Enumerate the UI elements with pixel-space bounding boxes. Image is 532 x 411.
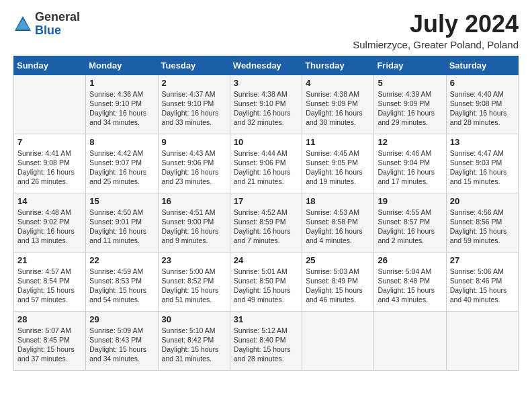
header-day: Friday <box>374 56 446 75</box>
day-info: Sunrise: 4:53 AM Sunset: 8:58 PM Dayligh… <box>306 208 370 246</box>
calendar-body: 1Sunrise: 4:36 AM Sunset: 9:10 PM Daylig… <box>14 75 519 370</box>
calendar-cell: 11Sunrise: 4:45 AM Sunset: 9:05 PM Dayli… <box>302 134 374 193</box>
calendar-cell: 30Sunrise: 5:10 AM Sunset: 8:42 PM Dayli… <box>158 311 230 370</box>
header-day: Saturday <box>446 56 518 75</box>
day-info: Sunrise: 5:10 AM Sunset: 8:42 PM Dayligh… <box>162 326 226 364</box>
day-number: 21 <box>17 255 82 265</box>
day-info: Sunrise: 4:37 AM Sunset: 9:10 PM Dayligh… <box>162 89 226 128</box>
calendar-cell: 10Sunrise: 4:44 AM Sunset: 9:06 PM Dayli… <box>230 134 302 193</box>
calendar-cell: 23Sunrise: 5:00 AM Sunset: 8:52 PM Dayli… <box>158 252 230 311</box>
day-info: Sunrise: 5:01 AM Sunset: 8:50 PM Dayligh… <box>234 267 298 305</box>
day-info: Sunrise: 4:59 AM Sunset: 8:53 PM Dayligh… <box>89 267 154 305</box>
day-number: 23 <box>162 255 226 265</box>
day-info: Sunrise: 5:09 AM Sunset: 8:43 PM Dayligh… <box>89 326 154 364</box>
day-info: Sunrise: 4:48 AM Sunset: 9:02 PM Dayligh… <box>17 208 82 246</box>
calendar-cell: 20Sunrise: 4:56 AM Sunset: 8:56 PM Dayli… <box>446 193 518 252</box>
calendar-cell <box>374 311 446 370</box>
calendar-cell: 26Sunrise: 5:04 AM Sunset: 8:48 PM Dayli… <box>374 252 446 311</box>
day-number: 15 <box>89 196 154 206</box>
calendar-cell: 3Sunrise: 4:38 AM Sunset: 9:10 PM Daylig… <box>230 75 302 134</box>
calendar-cell: 5Sunrise: 4:39 AM Sunset: 9:09 PM Daylig… <box>374 75 446 134</box>
calendar-cell: 8Sunrise: 4:42 AM Sunset: 9:07 PM Daylig… <box>86 134 158 193</box>
day-info: Sunrise: 5:00 AM Sunset: 8:52 PM Dayligh… <box>162 267 226 305</box>
calendar-cell <box>302 311 374 370</box>
day-info: Sunrise: 5:03 AM Sunset: 8:49 PM Dayligh… <box>306 267 370 305</box>
calendar-week: 7Sunrise: 4:41 AM Sunset: 9:08 PM Daylig… <box>14 134 519 193</box>
calendar-cell: 25Sunrise: 5:03 AM Sunset: 8:49 PM Dayli… <box>302 252 374 311</box>
day-info: Sunrise: 4:41 AM Sunset: 9:08 PM Dayligh… <box>17 148 82 187</box>
calendar-cell: 12Sunrise: 4:46 AM Sunset: 9:04 PM Dayli… <box>374 134 446 193</box>
day-info: Sunrise: 4:42 AM Sunset: 9:07 PM Dayligh… <box>89 148 154 187</box>
header-day: Tuesday <box>158 56 230 75</box>
day-number: 24 <box>234 255 298 265</box>
calendar-cell <box>14 75 86 134</box>
calendar-cell <box>446 311 518 370</box>
day-info: Sunrise: 4:52 AM Sunset: 8:59 PM Dayligh… <box>234 208 298 246</box>
day-info: Sunrise: 5:06 AM Sunset: 8:46 PM Dayligh… <box>450 267 515 305</box>
day-number: 27 <box>450 255 515 265</box>
day-number: 20 <box>450 196 515 206</box>
day-number: 10 <box>234 137 298 147</box>
location: Sulmierzyce, Greater Poland, Poland <box>353 39 519 50</box>
day-number: 4 <box>306 78 370 88</box>
logo-icon <box>13 15 32 34</box>
day-number: 31 <box>234 314 298 324</box>
day-number: 25 <box>306 255 370 265</box>
day-info: Sunrise: 4:36 AM Sunset: 9:10 PM Dayligh… <box>89 89 154 128</box>
day-info: Sunrise: 4:56 AM Sunset: 8:56 PM Dayligh… <box>450 208 515 246</box>
day-number: 16 <box>162 196 226 206</box>
day-number: 13 <box>450 137 515 147</box>
calendar-cell: 16Sunrise: 4:51 AM Sunset: 9:00 PM Dayli… <box>158 193 230 252</box>
page-header: General Blue July 2024 Sulmierzyce, Grea… <box>13 11 519 50</box>
calendar-cell: 14Sunrise: 4:48 AM Sunset: 9:02 PM Dayli… <box>14 193 86 252</box>
calendar-cell: 1Sunrise: 4:36 AM Sunset: 9:10 PM Daylig… <box>86 75 158 134</box>
day-number: 17 <box>234 196 298 206</box>
day-number: 7 <box>17 137 82 147</box>
svg-marker-1 <box>16 19 30 30</box>
day-info: Sunrise: 4:45 AM Sunset: 9:05 PM Dayligh… <box>306 148 370 187</box>
calendar-cell: 13Sunrise: 4:47 AM Sunset: 9:03 PM Dayli… <box>446 134 518 193</box>
day-number: 29 <box>89 314 154 324</box>
day-number: 22 <box>89 255 154 265</box>
day-info: Sunrise: 4:44 AM Sunset: 9:06 PM Dayligh… <box>234 148 298 187</box>
calendar-week: 14Sunrise: 4:48 AM Sunset: 9:02 PM Dayli… <box>14 193 519 252</box>
title-block: July 2024 Sulmierzyce, Greater Poland, P… <box>353 11 519 50</box>
day-info: Sunrise: 4:38 AM Sunset: 9:09 PM Dayligh… <box>306 89 370 128</box>
calendar-cell: 18Sunrise: 4:53 AM Sunset: 8:58 PM Dayli… <box>302 193 374 252</box>
calendar-cell: 6Sunrise: 4:40 AM Sunset: 9:08 PM Daylig… <box>446 75 518 134</box>
day-number: 14 <box>17 196 82 206</box>
calendar-cell: 7Sunrise: 4:41 AM Sunset: 9:08 PM Daylig… <box>14 134 86 193</box>
day-info: Sunrise: 4:55 AM Sunset: 8:57 PM Dayligh… <box>378 208 442 246</box>
day-number: 11 <box>306 137 370 147</box>
day-info: Sunrise: 4:46 AM Sunset: 9:04 PM Dayligh… <box>378 148 442 187</box>
day-info: Sunrise: 4:39 AM Sunset: 9:09 PM Dayligh… <box>378 89 442 128</box>
header-day: Wednesday <box>230 56 302 75</box>
calendar-cell: 28Sunrise: 5:07 AM Sunset: 8:45 PM Dayli… <box>14 311 86 370</box>
calendar-cell: 17Sunrise: 4:52 AM Sunset: 8:59 PM Dayli… <box>230 193 302 252</box>
calendar-cell: 24Sunrise: 5:01 AM Sunset: 8:50 PM Dayli… <box>230 252 302 311</box>
day-info: Sunrise: 4:43 AM Sunset: 9:06 PM Dayligh… <box>162 148 226 187</box>
day-number: 1 <box>89 78 154 88</box>
header-day: Sunday <box>14 56 86 75</box>
calendar-cell: 29Sunrise: 5:09 AM Sunset: 8:43 PM Dayli… <box>86 311 158 370</box>
calendar-header: SundayMondayTuesdayWednesdayThursdayFrid… <box>14 56 519 75</box>
day-number: 26 <box>378 255 442 265</box>
calendar-cell: 21Sunrise: 4:57 AM Sunset: 8:54 PM Dayli… <box>14 252 86 311</box>
calendar-cell: 15Sunrise: 4:50 AM Sunset: 9:01 PM Dayli… <box>86 193 158 252</box>
calendar-cell: 9Sunrise: 4:43 AM Sunset: 9:06 PM Daylig… <box>158 134 230 193</box>
calendar-week: 28Sunrise: 5:07 AM Sunset: 8:45 PM Dayli… <box>14 311 519 370</box>
day-number: 12 <box>378 137 442 147</box>
day-number: 19 <box>378 196 442 206</box>
day-number: 28 <box>17 314 82 324</box>
day-number: 18 <box>306 196 370 206</box>
calendar-cell: 31Sunrise: 5:12 AM Sunset: 8:40 PM Dayli… <box>230 311 302 370</box>
day-info: Sunrise: 5:12 AM Sunset: 8:40 PM Dayligh… <box>234 326 298 364</box>
calendar-cell: 27Sunrise: 5:06 AM Sunset: 8:46 PM Dayli… <box>446 252 518 311</box>
day-info: Sunrise: 4:50 AM Sunset: 9:01 PM Dayligh… <box>89 208 154 246</box>
month-year: July 2024 <box>353 11 519 38</box>
calendar-cell: 4Sunrise: 4:38 AM Sunset: 9:09 PM Daylig… <box>302 75 374 134</box>
day-info: Sunrise: 4:40 AM Sunset: 9:08 PM Dayligh… <box>450 89 515 128</box>
calendar-week: 21Sunrise: 4:57 AM Sunset: 8:54 PM Dayli… <box>14 252 519 311</box>
calendar-week: 1Sunrise: 4:36 AM Sunset: 9:10 PM Daylig… <box>14 75 519 134</box>
day-info: Sunrise: 4:51 AM Sunset: 9:00 PM Dayligh… <box>162 208 226 246</box>
